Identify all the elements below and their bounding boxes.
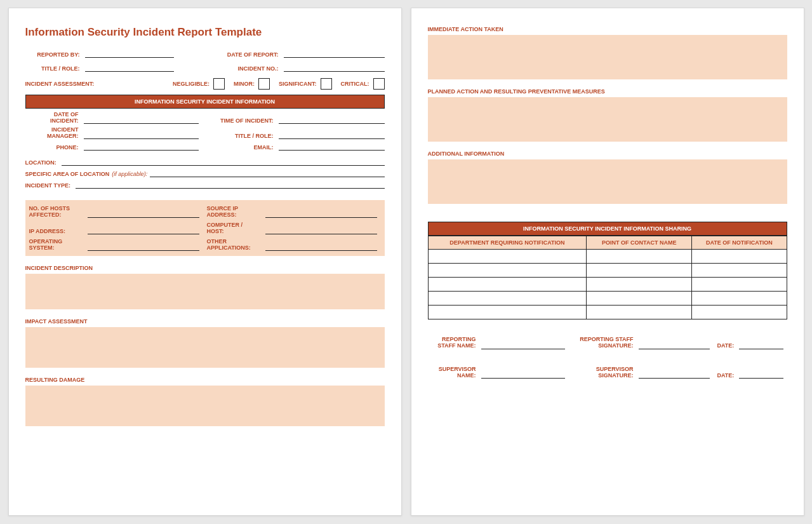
operating-system-label: OPERATING SYSTEM: — [29, 238, 85, 251]
incident-assessment-label: INCIDENT ASSESSMENT: — [25, 81, 95, 87]
immediate-action-label: IMMEDIATE ACTION TAKEN — [428, 26, 787, 32]
email-field[interactable] — [279, 143, 385, 151]
specific-area-field[interactable] — [150, 170, 384, 177]
hosts-box: NO. OF HOSTS AFFECTED: SOURCE IP ADDRESS… — [25, 200, 385, 256]
date-2-label: DATE: — [717, 372, 737, 379]
impact-assessment-box[interactable] — [25, 327, 385, 368]
incident-type-field[interactable] — [76, 181, 384, 189]
incident-no-label: INCIDENT NO.: — [205, 65, 281, 72]
source-ip-field[interactable] — [265, 210, 377, 218]
computer-host-label: COMPUTER / HOST: — [207, 222, 263, 234]
title-role-label: TITLE / ROLE: — [25, 65, 83, 72]
time-of-incident-field[interactable] — [279, 116, 385, 124]
title-role-field[interactable] — [85, 64, 174, 72]
th-poc: POINT OF CONTACT NAME — [587, 236, 692, 250]
date-1-field[interactable] — [739, 342, 783, 349]
source-ip-label: SOURCE IP ADDRESS: — [207, 205, 263, 218]
email-label: EMAIL: — [205, 144, 276, 151]
no-hosts-label: NO. OF HOSTS AFFECTED: — [29, 205, 85, 218]
title-role-2-label: TITLE / ROLE: — [205, 133, 276, 139]
phone-field[interactable] — [84, 143, 199, 151]
significant-checkbox[interactable] — [321, 78, 332, 90]
table-row[interactable] — [428, 278, 787, 292]
band-incident-info: INFORMATION SECURITY INCIDENT INFORMATIO… — [25, 95, 385, 109]
resulting-damage-box[interactable] — [25, 386, 385, 426]
supervisor-name-label: SUPERVISOR NAME: — [428, 366, 479, 379]
reporting-staff-name-field[interactable] — [481, 342, 565, 349]
significant-label: SIGNIFICANT: — [279, 81, 317, 87]
other-apps-label: OTHER APPLICATIONS: — [207, 238, 263, 251]
band-sharing: INFORMATION SECURITY INCIDENT INFORMATIO… — [428, 222, 787, 236]
specific-area-label: SPECIFIC AREA OF LOCATION — [25, 171, 112, 177]
date-of-report-field[interactable] — [284, 50, 385, 58]
page-1: Information Security Incident Report Tem… — [8, 8, 402, 516]
reporting-staff-sig-label: REPORTING STAFF SIGNATURE: — [573, 336, 636, 349]
date-of-report-label: DATE OF REPORT: — [205, 51, 281, 58]
location-label: LOCATION: — [25, 159, 59, 166]
immediate-action-box[interactable] — [428, 35, 787, 79]
document-title: Information Security Incident Report Tem… — [25, 26, 385, 39]
date-1-label: DATE: — [717, 342, 737, 349]
incident-description-box[interactable] — [25, 274, 385, 309]
ip-address-field[interactable] — [88, 227, 199, 234]
table-row[interactable] — [428, 306, 787, 319]
time-of-incident-label: TIME OF INCIDENT: — [205, 118, 276, 124]
if-applicable-label: (if applicable): — [112, 171, 147, 177]
ip-address-label: IP ADDRESS: — [29, 228, 85, 234]
page-2: IMMEDIATE ACTION TAKEN PLANNED ACTION AN… — [411, 8, 804, 516]
location-field[interactable] — [62, 158, 385, 166]
title-role-2-field[interactable] — [279, 131, 385, 139]
minor-label: MINOR: — [234, 81, 255, 87]
incident-no-field[interactable] — [284, 64, 385, 72]
reporting-staff-name-label: REPORTING STAFF NAME: — [428, 336, 479, 349]
operating-system-field[interactable] — [88, 243, 199, 251]
critical-checkbox[interactable] — [373, 78, 385, 90]
negligible-label: NEGLIGIBLE: — [173, 81, 210, 87]
table-row[interactable] — [428, 264, 787, 278]
date-2-field[interactable] — [739, 371, 783, 379]
incident-manager-label: INCIDENT MANAGER: — [25, 126, 81, 139]
additional-info-label: ADDITIONAL INFORMATION — [428, 151, 787, 157]
incident-manager-field[interactable] — [84, 131, 199, 139]
date-of-incident-field[interactable] — [84, 116, 199, 124]
supervisor-sig-label: SUPERVISOR SIGNATURE: — [573, 366, 636, 379]
resulting-damage-label: RESULTING DAMAGE — [25, 377, 385, 383]
impact-assessment-label: IMPACT ASSESSMENT — [25, 318, 385, 325]
incident-description-label: INCIDENT DESCRIPTION — [25, 265, 385, 271]
supervisor-name-field[interactable] — [481, 371, 565, 379]
th-date-notification: DATE OF NOTIFICATION — [692, 236, 787, 250]
no-hosts-field[interactable] — [88, 210, 199, 218]
reported-by-label: REPORTED BY: — [25, 51, 83, 58]
additional-info-box[interactable] — [428, 159, 787, 204]
th-department: DEPARTMENT REQUIRING NOTIFICATION — [428, 236, 587, 250]
table-row[interactable] — [428, 292, 787, 306]
planned-action-label: PLANNED ACTION AND RESULTING PREVENTATIV… — [428, 88, 787, 95]
critical-label: CRITICAL: — [341, 81, 369, 87]
sharing-table: DEPARTMENT REQUIRING NOTIFICATION POINT … — [428, 236, 787, 319]
other-apps-field[interactable] — [265, 243, 377, 251]
table-row[interactable] — [428, 250, 787, 264]
incident-type-label: INCIDENT TYPE: — [25, 182, 74, 189]
negligible-checkbox[interactable] — [213, 78, 225, 90]
planned-action-box[interactable] — [428, 97, 787, 142]
phone-label: PHONE: — [25, 144, 81, 151]
reported-by-field[interactable] — [85, 50, 174, 58]
minor-checkbox[interactable] — [258, 78, 270, 90]
computer-host-field[interactable] — [265, 227, 377, 234]
supervisor-sig-field[interactable] — [639, 371, 710, 379]
date-of-incident-label: DATE OF INCIDENT: — [25, 111, 81, 124]
reporting-staff-sig-field[interactable] — [639, 342, 710, 349]
